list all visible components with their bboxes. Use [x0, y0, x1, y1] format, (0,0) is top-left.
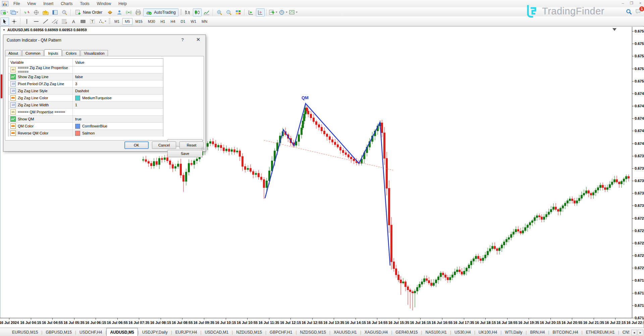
table-row[interactable]: Show Zig Zag Linefalse: [8, 73, 163, 80]
symbol-tab-bitcoinc[interactable]: BITCOINC,H4: [549, 329, 582, 336]
market-button[interactable]: [106, 8, 114, 16]
timeframe-MN[interactable]: MN: [199, 18, 210, 25]
data-window-button[interactable]: [32, 8, 41, 16]
symbol-tab-uk100[interactable]: UK100,H4: [475, 329, 500, 336]
strategy-tester-button[interactable]: [60, 8, 69, 16]
value-cell[interactable]: 3: [73, 80, 163, 87]
menu-window[interactable]: Window: [93, 0, 115, 7]
scroll-right-button[interactable]: ►: [638, 330, 643, 335]
timeframe-M15[interactable]: M15: [133, 18, 145, 25]
dialog-close-button[interactable]: ✕: [195, 37, 201, 43]
new-order-button[interactable]: New Order: [73, 8, 105, 16]
dialog-title[interactable]: Custom Indicator - QM Pattern: [7, 38, 61, 43]
symbol-tab-xauusd[interactable]: XAUUSD,H1: [330, 329, 360, 336]
minimize-button[interactable]: –: [621, 1, 625, 5]
crosshair-button[interactable]: [10, 17, 18, 25]
shapes-button[interactable]: [79, 17, 88, 25]
autotrading-button[interactable]: AutoTrading: [143, 8, 178, 16]
timeframe-M1[interactable]: M1: [112, 18, 122, 25]
dialog-tab-inputs[interactable]: Inputs: [44, 49, 62, 57]
timeframe-W1[interactable]: W1: [189, 18, 199, 25]
navigator-button[interactable]: [41, 8, 50, 16]
cancel-button[interactable]: Cancel: [152, 142, 176, 149]
reset-button[interactable]: Reset: [179, 142, 204, 149]
menu-view[interactable]: View: [23, 0, 40, 7]
save-button[interactable]: Save: [167, 150, 203, 157]
search-icon[interactable]: [626, 9, 632, 15]
ok-button[interactable]: OK: [124, 142, 149, 149]
bar-chart-button[interactable]: [183, 8, 192, 16]
symbol-tab-eurusd[interactable]: EURUSD,M15: [9, 329, 41, 336]
value-cell[interactable]: false: [73, 73, 163, 80]
vertical-line-button[interactable]: [22, 17, 31, 25]
line-chart-button[interactable]: [202, 8, 211, 16]
restore-button[interactable]: ❐: [629, 1, 634, 5]
timeframe-D1[interactable]: D1: [178, 18, 188, 25]
menu-file[interactable]: File: [10, 0, 23, 7]
symbol-tab-gbpchf[interactable]: GBPCHF,H1: [266, 329, 296, 336]
symbol-tab-eurjpy[interactable]: EURJPY,H4: [172, 329, 200, 336]
value-cell[interactable]: [73, 109, 163, 115]
scroll-left-button[interactable]: ◄: [631, 330, 637, 335]
periods-button[interactable]: [279, 8, 288, 16]
zoom-out-button[interactable]: [224, 8, 233, 16]
symbol-tab-usdjpy[interactable]: USDJPY,Daily: [139, 329, 171, 336]
symbol-tab-usdcad[interactable]: USDCAD,M1: [201, 329, 232, 336]
collapse-triangle-icon[interactable]: ▼: [3, 29, 5, 32]
value-cell[interactable]: CornflowerBlue: [73, 123, 163, 129]
symbol-tab-brn[interactable]: BRN,H4: [527, 329, 548, 336]
timeframe-M30[interactable]: M30: [146, 18, 157, 25]
cursor-button[interactable]: [0, 17, 9, 25]
value-cell[interactable]: Dashdot: [73, 88, 163, 94]
symbol-tab-nas100[interactable]: NAS100,H1: [422, 329, 450, 336]
table-row[interactable]: 123Pivot Period Of Zig Zag Line3: [8, 80, 163, 88]
symbol-tab-wti[interactable]: WTI,Daily: [501, 329, 526, 336]
price-axis[interactable]: 0.675950.675750.675550.675350.675150.674…: [632, 27, 644, 318]
symbol-tab-ger40[interactable]: GER40,M15: [392, 329, 421, 336]
menu-tools[interactable]: Tools: [76, 0, 93, 7]
dialog-help-button[interactable]: ?: [180, 37, 185, 42]
symbol-tab-audusd[interactable]: AUDUSD,M5: [106, 328, 138, 336]
timeframe-M5[interactable]: M5: [122, 18, 132, 25]
terminal-button[interactable]: [51, 8, 59, 16]
zoom-in-button[interactable]: [215, 8, 224, 16]
value-cell[interactable]: true: [73, 116, 163, 122]
dialog-tab-colors[interactable]: Colors: [62, 50, 80, 56]
dialog-tab-about[interactable]: About: [5, 50, 21, 56]
print-button[interactable]: [134, 8, 143, 16]
symbol-tab-nzdsgd[interactable]: NZDSGD,M15: [297, 329, 329, 336]
value-cell[interactable]: MediumTurquoise: [73, 95, 163, 101]
value-cell[interactable]: Salmon: [73, 130, 163, 136]
menu-help[interactable]: Help: [115, 0, 130, 7]
menu-charts[interactable]: Charts: [57, 0, 76, 7]
table-row[interactable]: 123Zig Zag Line Width1: [8, 102, 163, 109]
candlestick-chart-button[interactable]: [193, 8, 202, 16]
arrows-button[interactable]: [98, 17, 107, 25]
fibonacci-button[interactable]: F: [60, 17, 69, 25]
menu-insert[interactable]: Insert: [40, 0, 57, 7]
tile-windows-button[interactable]: [234, 8, 243, 16]
equidistant-channel-button[interactable]: E: [51, 17, 59, 25]
text-button[interactable]: A: [69, 17, 78, 25]
value-cell[interactable]: [73, 66, 163, 73]
symbol-tab-us30[interactable]: US30,H4: [451, 329, 474, 336]
table-row[interactable]: Show QMtrue: [8, 116, 163, 123]
auto-scroll-button[interactable]: [247, 8, 255, 16]
symbol-tab-usdchf[interactable]: USDCHF,H4: [76, 329, 105, 336]
table-row[interactable]: ab===== Zig Zag Line Propertise =====: [8, 66, 163, 73]
table-row[interactable]: QM ColorCornflowerBlue: [8, 123, 163, 130]
symbol-tab-xagusd[interactable]: XAGUSD,H4: [361, 329, 391, 336]
horizontal-line-button[interactable]: [32, 17, 41, 25]
table-row[interactable]: Zig Zag Line ColorMediumTurquoise: [8, 95, 163, 102]
trendline-button[interactable]: [41, 17, 50, 25]
signals-button[interactable]: [124, 8, 133, 16]
symbol-tab-ethereum[interactable]: ETHEREUM,H1: [583, 329, 618, 336]
symbol-tab-gbpusd[interactable]: GBPUSD,M15: [42, 329, 75, 336]
templates-button[interactable]: [289, 8, 298, 16]
new-chart-button[interactable]: [0, 8, 9, 16]
symbol-tab-nzdusd[interactable]: NZDUSD,M15: [233, 329, 265, 336]
time-axis[interactable]: 16 Jul 202416 Jul 04:1516 Jul 04:5516 Ju…: [0, 318, 632, 328]
value-cell[interactable]: 1: [73, 102, 163, 108]
table-row[interactable]: 123Zig Zag Line StyleDashdot: [8, 88, 163, 95]
timeframe-H1[interactable]: H1: [158, 18, 167, 25]
